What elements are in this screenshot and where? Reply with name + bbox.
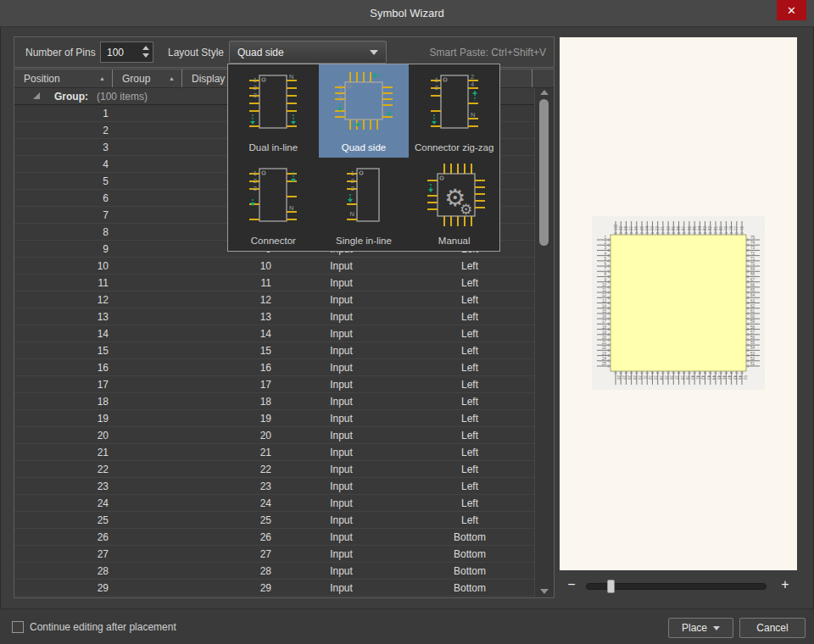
cell-side: Left [407,342,532,358]
table-row[interactable]: 1414InputLeft [14,325,534,342]
cell-side: Left [407,258,532,274]
svg-text:96: 96 [634,225,638,230]
quad-chip-preview: 1751002627499273739828472972957196306709… [592,216,765,390]
svg-text:1: 1 [604,236,606,240]
svg-text:74: 74 [750,241,755,245]
svg-text:83: 83 [703,225,707,230]
cell-display-name: 24 [182,495,276,511]
cell-position: 29 [14,580,113,596]
cell-electrical-type: Input [276,580,407,596]
layout-option-dual-in-line[interactable]: 12 3N Dual in-line [228,64,319,158]
cell-position: 13 [14,308,113,325]
cell-side: Left [407,359,532,375]
table-row[interactable]: 1010InputLeft [14,258,534,275]
cell-electrical-type: Input [276,376,407,392]
table-row[interactable]: 2828InputBottom [14,563,534,580]
group-count: (100 items) [97,91,148,103]
svg-text:82: 82 [708,225,712,230]
dual-in-line-icon: 12 3N [241,69,305,136]
cell-electrical-type: Input [276,275,407,291]
svg-text:54: 54 [750,346,755,350]
table-row[interactable]: 2727InputBottom [14,546,534,563]
svg-text:2: 2 [254,177,257,185]
svg-text:21: 21 [602,341,607,345]
svg-text:26: 26 [616,375,621,380]
svg-text:7: 7 [604,267,606,271]
svg-text:47: 47 [727,375,731,380]
column-header-position[interactable]: Position ▲ [14,69,113,87]
table-row[interactable]: 1313InputLeft [14,308,534,325]
place-button[interactable]: Place [668,618,733,638]
table-row[interactable]: 1919InputLeft [14,410,534,427]
svg-text:3: 3 [434,84,438,92]
svg-text:1: 1 [254,76,257,84]
svg-text:1: 1 [254,169,257,177]
layout-option-single-in-line[interactable]: 12 3N Single in-line [319,158,410,251]
svg-text:N: N [350,210,354,218]
layout-option-quad-side[interactable]: 12 3 Quad side [319,64,410,158]
table-row[interactable]: 2424InputLeft [14,495,534,512]
scrollbar-thumb[interactable] [539,99,549,246]
table-row[interactable]: 2323InputLeft [14,478,534,495]
layout-option-label: Connector [251,236,296,246]
continue-editing-checkbox[interactable] [12,621,24,633]
cell-group [113,291,182,308]
table-row[interactable]: 1818InputLeft [14,393,534,410]
table-row[interactable]: 1616InputLeft [14,359,534,376]
cancel-button[interactable]: Cancel [739,618,806,638]
table-row[interactable]: 1111InputLeft [14,275,534,291]
svg-text:64: 64 [750,293,755,297]
svg-text:34: 34 [659,375,663,380]
cell-display-name: 13 [182,308,276,325]
table-row[interactable]: 2020InputLeft [14,427,534,444]
table-row[interactable]: 2121InputLeft [14,444,534,461]
cell-side: Bottom [407,529,532,545]
svg-text:70: 70 [750,262,755,266]
scrollbar-up-icon[interactable] [540,90,549,95]
svg-text:4: 4 [471,80,474,88]
gear-icon: ⚙ [460,202,472,218]
table-row[interactable]: 2525InputLeft [14,512,534,529]
spin-up-icon[interactable] [142,46,149,50]
cell-side: Left [407,393,532,409]
number-of-pins-input[interactable]: 100 [100,42,153,63]
cell-electrical-type: Input [276,495,407,511]
table-row[interactable]: 1717InputLeft [14,376,534,393]
spin-down-icon[interactable] [142,53,149,58]
svg-text:11: 11 [602,288,606,292]
layout-option-manual[interactable]: ⚙ ⚙ Manual [409,158,499,251]
titlebar: Symbol Wizard [0,0,814,27]
scrollbar-down-icon[interactable] [540,589,549,594]
table-row[interactable]: 1212InputLeft [14,291,534,308]
cell-electrical-type: Input [276,291,407,308]
svg-text:52: 52 [750,357,755,361]
layout-option-connector-zig-zag[interactable]: 13 24 N Connector zig-zag [409,64,499,158]
layout-style-dropdown[interactable]: Quad side [229,41,387,64]
cell-display-name: 15 [182,342,276,358]
cell-position: 26 [14,529,113,545]
table-row[interactable]: 2222InputLeft [14,461,534,478]
table-row[interactable]: 1515InputLeft [14,342,534,359]
cell-side: Left [407,308,532,325]
cell-display-name: 17 [182,376,276,392]
connector-zig-zag-icon: 13 24 N [422,69,487,136]
svg-text:94: 94 [645,225,650,230]
zoom-in-button[interactable]: + [778,577,792,592]
close-button[interactable]: ✕ [777,0,806,20]
zoom-out-button[interactable]: − [565,577,578,592]
cell-group [113,546,182,562]
table-scroll-divider [534,88,535,597]
zoom-slider-thumb[interactable] [607,580,615,593]
cell-group [113,410,182,426]
svg-text:2: 2 [471,73,474,80]
cell-electrical-type: Input [276,342,407,358]
svg-text:15: 15 [602,309,607,314]
layout-option-connector[interactable]: 12 3 N Connector [228,158,319,251]
cell-position: 11 [14,275,113,291]
table-row[interactable]: 2929InputBottom [14,580,534,597]
cell-position: 16 [14,359,113,375]
column-header-group[interactable]: Group ▲ [113,69,182,87]
group-expand-icon[interactable] [33,92,41,100]
table-row[interactable]: 2626InputBottom [14,529,534,546]
cell-side: Bottom [407,546,532,562]
